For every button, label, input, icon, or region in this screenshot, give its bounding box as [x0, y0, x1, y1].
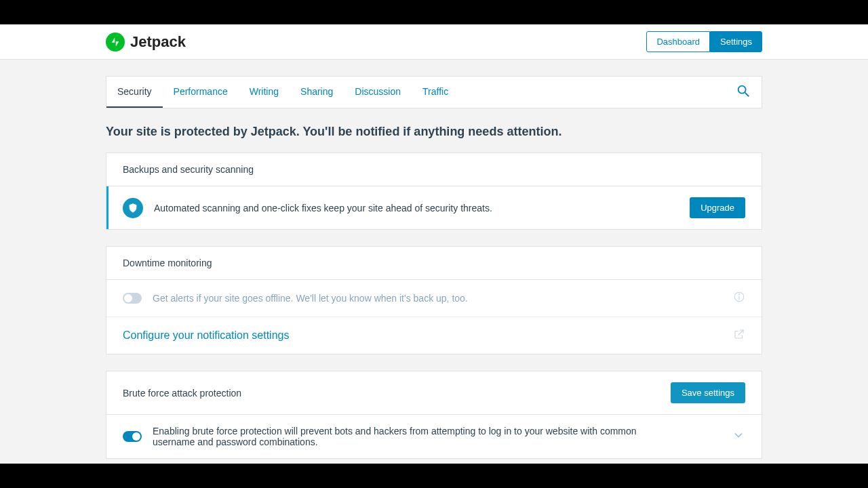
brute-force-card: Brute force attack protection Save setti…: [106, 371, 762, 459]
svg-point-0: [738, 86, 746, 94]
brute-force-desc: Enabling brute force protection will pre…: [153, 426, 668, 447]
save-settings-button[interactable]: Save settings: [671, 382, 745, 403]
chevron-down-icon[interactable]: [732, 428, 745, 445]
search-icon[interactable]: [725, 83, 762, 101]
brute-force-row: Enabling brute force protection will pre…: [106, 415, 762, 458]
tab-sharing[interactable]: Sharing: [290, 77, 344, 108]
dashboard-button[interactable]: Dashboard: [646, 31, 710, 52]
window-bottom-letterbox: [0, 464, 868, 488]
header-actions: Dashboard Settings: [646, 31, 762, 52]
backups-card: Backups and security scanning Automated …: [106, 152, 762, 230]
tab-performance[interactable]: Performance: [163, 77, 239, 108]
downtime-card: Downtime monitoring Get alerts if your s…: [106, 246, 762, 354]
external-link-icon: [733, 328, 745, 343]
downtime-row: Get alerts if your site goes offline. We…: [106, 280, 762, 317]
downtime-title: Downtime monitoring: [123, 258, 212, 268]
brute-force-card-header: Brute force attack protection Save setti…: [106, 371, 762, 415]
configure-notifications-link[interactable]: Configure your notification settings: [123, 329, 289, 342]
window-top-letterbox: [0, 0, 868, 24]
info-icon[interactable]: [733, 291, 745, 306]
svg-line-1: [745, 93, 749, 97]
tab-traffic[interactable]: Traffic: [412, 77, 459, 108]
brand-title: Jetpack: [130, 33, 186, 51]
svg-point-4: [738, 294, 739, 295]
backups-title: Backups and security scanning: [123, 164, 254, 175]
shield-icon: [123, 198, 143, 218]
backups-row: Automated scanning and one-click fixes k…: [106, 186, 762, 229]
backups-desc: Automated scanning and one-click fixes k…: [154, 203, 679, 214]
configure-notifications-row[interactable]: Configure your notification settings: [106, 317, 762, 354]
settings-button[interactable]: Settings: [710, 31, 762, 52]
backups-card-header: Backups and security scanning: [106, 153, 762, 186]
downtime-card-header: Downtime monitoring: [106, 247, 762, 280]
downtime-toggle[interactable]: [123, 293, 142, 304]
downtime-desc: Get alerts if your site goes offline. We…: [153, 293, 722, 304]
brute-force-toggle[interactable]: [123, 431, 142, 442]
tab-writing[interactable]: Writing: [239, 77, 290, 108]
jetpack-logo-icon: [106, 33, 125, 52]
tabs-bar: Security Performance Writing Sharing Dis…: [106, 76, 762, 108]
upgrade-button[interactable]: Upgrade: [690, 197, 745, 218]
page-title: Your site is protected by Jetpack. You'l…: [106, 125, 762, 139]
tab-security[interactable]: Security: [106, 77, 163, 108]
brute-force-title: Brute force attack protection: [123, 388, 241, 399]
tab-discussion[interactable]: Discussion: [344, 77, 412, 108]
brand: Jetpack: [106, 33, 186, 52]
header-bar: Jetpack Dashboard Settings: [0, 24, 868, 60]
